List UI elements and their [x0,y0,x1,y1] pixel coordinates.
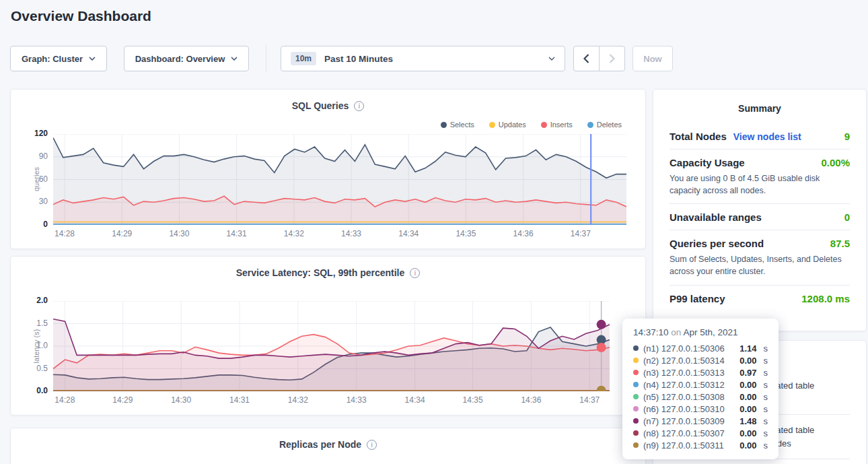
crosshair-point [597,343,606,352]
tooltip-row: (n1) 127.0.0.1:503061.14s [633,342,768,354]
chevron-down-icon [89,57,96,61]
tooltip-row: (n4) 127.0.0.1:503120.00s [633,378,768,391]
summary-label: Unavailable ranges [670,211,762,223]
y-tick-label: 120 [15,129,48,138]
tooltip-row: (n9) 127.0.0.1:503110.00s [633,439,768,451]
x-tick-label: 14:37 [571,229,591,238]
legend-item-selects[interactable]: Selects [441,121,474,129]
node-color-dot [633,345,639,351]
node-color-dot [633,358,639,363]
y-tick-label: 1.0 [15,341,48,350]
summary-value: 0.00% [821,157,850,168]
crosshair-point [597,320,606,329]
y-tick-label: 2.0 [15,296,48,305]
x-tick-label: 14:34 [398,229,419,238]
legend-dot [541,122,547,128]
tooltip-node-value: 0.00 [739,428,756,438]
time-range-dropdown[interactable]: 10m Past 10 Minutes [281,46,565,71]
previous-time-window-button[interactable] [573,46,600,71]
x-tick-label: 14:28 [55,395,75,405]
summary-value: 9 [844,131,850,142]
info-icon[interactable]: i [410,268,420,278]
info-icon[interactable]: i [354,101,364,111]
legend-dot [587,122,593,128]
tooltip-node-unit: s [764,356,768,366]
view-nodes-list-link[interactable]: View nodes list [733,131,801,142]
chevron-left-icon [583,54,589,63]
node-color-dot [633,406,639,411]
summary-row-p99-latency: P99 latency 1208.0 ms [670,286,850,311]
sql-queries-card: SQL Queries i SelectsUpdatesInsertsDelet… [10,89,646,249]
tooltip-row: (n7) 127.0.0.1:503091.48s [633,415,768,427]
service-latency-card: Service Latency: SQL, 99th percentile i … [10,256,646,416]
tooltip-node-value: 1.14 [739,343,756,354]
tooltip-row: (n3) 127.0.0.1:503130.97s [633,366,768,378]
replicas-per-node-card: Replicas per Node i [10,428,646,464]
toolbar-divider [266,44,266,73]
summary-value: 1208.0 ms [801,293,850,304]
tooltip-row: (n2) 127.0.0.1:503140.00s [633,354,768,366]
tooltip-node-unit: s [764,392,768,402]
chart-hover-tooltip: 14:37:10 on Apr 5th, 2021 (n1) 127.0.0.1… [622,319,779,459]
tooltip-node-label: (n8) 127.0.0.1:50307 [643,428,725,438]
legend-item-deletes[interactable]: Deletes [587,121,622,129]
time-range-label: Past 10 Minutes [324,54,393,64]
x-tick-label: 14:31 [229,395,250,405]
summary-row-total-nodes: Total Nodes View nodes list 9 [670,123,850,150]
x-tick-label: 14:32 [288,395,308,405]
node-color-dot [633,430,639,436]
tooltip-node-value: 0.00 [739,392,756,402]
tooltip-node-label: (n4) 127.0.0.1:50312 [643,380,725,390]
tooltip-node-unit: s [764,428,768,438]
legend-item-inserts[interactable]: Inserts [541,121,573,129]
x-tick-label: 14:31 [227,229,247,238]
y-tick-label: 30 [15,197,48,206]
node-color-dot [633,394,639,399]
tooltip-node-label: (n2) 127.0.0.1:50314 [643,356,725,366]
summary-label: Capacity Usage [670,157,745,168]
next-time-window-button[interactable] [599,46,625,71]
x-tick-label: 14:37 [579,395,600,405]
x-tick-label: 14:33 [347,395,367,405]
tooltip-node-label: (n3) 127.0.0.1:50313 [643,368,725,378]
y-tick-label: 90 [15,152,48,161]
legend-item-updates[interactable]: Updates [489,121,526,129]
y-tick-label: 0.0 [15,386,48,395]
x-tick-label: 14:30 [169,229,189,238]
x-tick-label: 14:29 [112,395,133,405]
service-latency-plot[interactable] [53,301,610,391]
y-tick-label: 0.5 [15,364,48,373]
x-tick-label: 14:33 [341,229,361,238]
legend-label: Deletes [597,121,622,129]
tooltip-row: (n5) 127.0.0.1:503080.00s [633,391,768,403]
summary-label: Queries per second [670,238,764,249]
y-tick-label: 0 [15,220,48,229]
tooltip-timestamp: 14:37:10 on Apr 5th, 2021 [633,327,768,337]
replicas-per-node-chart-title: Replicas per Node [279,439,361,450]
summary-label: P99 latency [670,293,725,304]
summary-panel: Summary Total Nodes View nodes list 9 Ca… [653,89,867,331]
legend-dot [489,122,495,128]
chart-canvas [53,134,626,225]
tooltip-node-unit: s [764,440,768,451]
node-color-dot [633,442,639,448]
sql-queries-plot[interactable] [53,134,626,225]
tooltip-node-unit: s [764,343,768,354]
chevron-right-icon [609,54,615,63]
tooltip-node-value: 0.97 [739,368,756,378]
now-button[interactable]: Now [632,46,673,71]
summary-row-unavailable-ranges: Unavailable ranges 0 [670,204,850,230]
tooltip-node-unit: s [764,368,768,378]
tooltip-node-label: (n7) 127.0.0.1:50309 [643,416,725,426]
tooltip-row: (n6) 127.0.0.1:503100.00s [633,403,768,415]
x-tick-label: 14:35 [456,229,476,238]
dashboard-dropdown[interactable]: Dashboard: Overview [124,46,249,71]
info-icon[interactable]: i [367,440,377,450]
x-tick-label: 14:36 [513,229,534,238]
node-color-dot [633,382,639,387]
tooltip-node-value: 0.00 [739,440,756,451]
graph-dropdown[interactable]: Graph: Cluster [10,46,107,71]
tooltip-node-value: 1.48 [739,416,756,426]
tooltip-node-unit: s [764,416,768,426]
tooltip-node-value: 0.00 [739,380,756,390]
